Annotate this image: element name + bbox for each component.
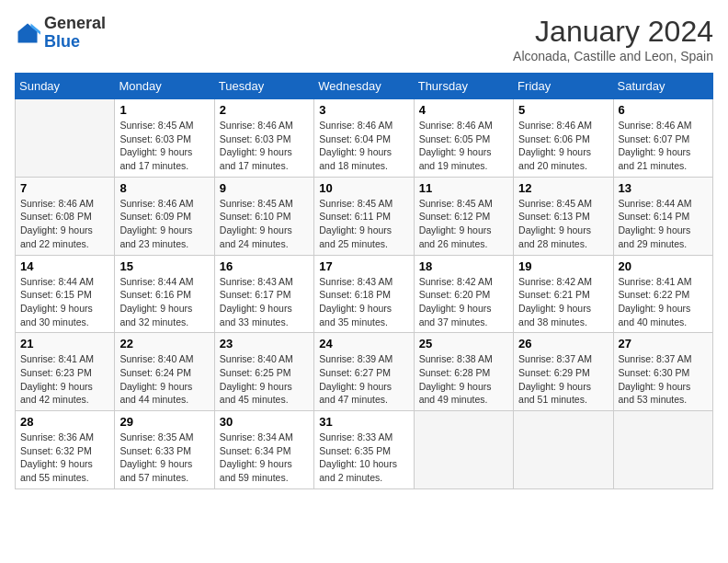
day-detail: Sunrise: 8:46 AM Sunset: 6:07 PM Dayligh… bbox=[619, 119, 708, 173]
calendar-cell: 9Sunrise: 8:45 AM Sunset: 6:10 PM Daylig… bbox=[214, 177, 313, 255]
header-monday: Monday bbox=[115, 74, 214, 99]
day-number: 3 bbox=[319, 103, 408, 117]
day-number: 12 bbox=[518, 181, 608, 195]
day-detail: Sunrise: 8:41 AM Sunset: 6:22 PM Dayligh… bbox=[619, 275, 708, 329]
day-detail: Sunrise: 8:45 AM Sunset: 6:10 PM Dayligh… bbox=[220, 197, 309, 251]
day-detail: Sunrise: 8:42 AM Sunset: 6:20 PM Dayligh… bbox=[419, 275, 508, 329]
calendar-cell: 14Sunrise: 8:44 AM Sunset: 6:15 PM Dayli… bbox=[16, 255, 115, 333]
calendar-cell: 12Sunrise: 8:45 AM Sunset: 6:13 PM Dayli… bbox=[514, 177, 613, 255]
day-number: 23 bbox=[220, 337, 309, 350]
day-number: 9 bbox=[220, 181, 309, 195]
day-number: 19 bbox=[518, 259, 608, 273]
calendar-week-row: 21Sunrise: 8:41 AM Sunset: 6:23 PM Dayli… bbox=[16, 333, 713, 411]
header-wednesday: Wednesday bbox=[314, 74, 414, 99]
day-detail: Sunrise: 8:45 AM Sunset: 6:12 PM Dayligh… bbox=[419, 197, 508, 251]
day-detail: Sunrise: 8:45 AM Sunset: 6:03 PM Dayligh… bbox=[119, 119, 209, 173]
day-detail: Sunrise: 8:43 AM Sunset: 6:18 PM Dayligh… bbox=[319, 275, 408, 329]
day-detail: Sunrise: 8:40 AM Sunset: 6:25 PM Dayligh… bbox=[220, 352, 309, 407]
day-detail: Sunrise: 8:40 AM Sunset: 6:24 PM Dayligh… bbox=[119, 352, 209, 407]
calendar-cell: 17Sunrise: 8:43 AM Sunset: 6:18 PM Dayli… bbox=[314, 255, 414, 333]
day-detail: Sunrise: 8:37 AM Sunset: 6:30 PM Dayligh… bbox=[619, 352, 708, 407]
day-detail: Sunrise: 8:38 AM Sunset: 6:28 PM Dayligh… bbox=[419, 352, 508, 407]
calendar-title: January 2024 bbox=[513, 15, 713, 49]
calendar-cell: 8Sunrise: 8:46 AM Sunset: 6:09 PM Daylig… bbox=[115, 177, 214, 255]
day-number: 11 bbox=[419, 181, 508, 195]
calendar-week-row: 28Sunrise: 8:36 AM Sunset: 6:32 PM Dayli… bbox=[16, 411, 713, 489]
calendar-cell: 10Sunrise: 8:45 AM Sunset: 6:11 PM Dayli… bbox=[314, 177, 414, 255]
day-detail: Sunrise: 8:46 AM Sunset: 6:03 PM Dayligh… bbox=[220, 119, 309, 173]
day-number: 26 bbox=[518, 337, 608, 350]
day-number: 15 bbox=[119, 259, 209, 273]
header-thursday: Thursday bbox=[414, 74, 513, 99]
day-number: 5 bbox=[518, 103, 608, 117]
calendar-cell: 21Sunrise: 8:41 AM Sunset: 6:23 PM Dayli… bbox=[16, 333, 115, 411]
svg-marker-0 bbox=[18, 23, 38, 42]
calendar-cell: 4Sunrise: 8:46 AM Sunset: 6:05 PM Daylig… bbox=[414, 99, 513, 178]
calendar-cell: 31Sunrise: 8:33 AM Sunset: 6:35 PM Dayli… bbox=[314, 411, 414, 489]
day-detail: Sunrise: 8:35 AM Sunset: 6:33 PM Dayligh… bbox=[119, 431, 209, 485]
day-number: 7 bbox=[20, 181, 109, 195]
day-number: 8 bbox=[119, 181, 209, 195]
day-number: 2 bbox=[220, 103, 309, 117]
day-detail: Sunrise: 8:46 AM Sunset: 6:04 PM Dayligh… bbox=[319, 119, 408, 173]
day-detail: Sunrise: 8:44 AM Sunset: 6:16 PM Dayligh… bbox=[119, 275, 209, 329]
header-saturday: Saturday bbox=[613, 74, 712, 99]
calendar-cell: 15Sunrise: 8:44 AM Sunset: 6:16 PM Dayli… bbox=[115, 255, 214, 333]
day-number: 28 bbox=[20, 415, 109, 429]
calendar-cell: 6Sunrise: 8:46 AM Sunset: 6:07 PM Daylig… bbox=[613, 99, 712, 178]
calendar-cell: 7Sunrise: 8:46 AM Sunset: 6:08 PM Daylig… bbox=[16, 177, 115, 255]
calendar-cell: 1Sunrise: 8:45 AM Sunset: 6:03 PM Daylig… bbox=[115, 99, 214, 178]
day-number: 18 bbox=[419, 259, 508, 273]
day-number: 25 bbox=[419, 337, 508, 350]
day-number: 21 bbox=[20, 337, 109, 350]
calendar-cell: 20Sunrise: 8:41 AM Sunset: 6:22 PM Dayli… bbox=[613, 255, 712, 333]
calendar-cell: 30Sunrise: 8:34 AM Sunset: 6:34 PM Dayli… bbox=[214, 411, 313, 489]
calendar-week-row: 1Sunrise: 8:45 AM Sunset: 6:03 PM Daylig… bbox=[16, 99, 713, 178]
day-number: 6 bbox=[619, 103, 708, 117]
calendar-cell: 27Sunrise: 8:37 AM Sunset: 6:30 PM Dayli… bbox=[613, 333, 712, 411]
day-detail: Sunrise: 8:46 AM Sunset: 6:08 PM Dayligh… bbox=[20, 197, 109, 251]
logo-text: General Blue bbox=[44, 15, 106, 52]
day-detail: Sunrise: 8:45 AM Sunset: 6:13 PM Dayligh… bbox=[518, 197, 608, 251]
day-detail: Sunrise: 8:39 AM Sunset: 6:27 PM Dayligh… bbox=[319, 352, 408, 407]
calendar-cell bbox=[613, 411, 712, 489]
day-number: 24 bbox=[319, 337, 408, 350]
day-detail: Sunrise: 8:45 AM Sunset: 6:11 PM Dayligh… bbox=[319, 197, 408, 251]
day-detail: Sunrise: 8:37 AM Sunset: 6:29 PM Dayligh… bbox=[518, 352, 608, 407]
calendar-cell: 3Sunrise: 8:46 AM Sunset: 6:04 PM Daylig… bbox=[314, 99, 414, 178]
day-detail: Sunrise: 8:34 AM Sunset: 6:34 PM Dayligh… bbox=[220, 431, 309, 485]
calendar-week-row: 14Sunrise: 8:44 AM Sunset: 6:15 PM Dayli… bbox=[16, 255, 713, 333]
calendar-header-row: SundayMondayTuesdayWednesdayThursdayFrid… bbox=[16, 74, 713, 99]
header-sunday: Sunday bbox=[16, 74, 115, 99]
day-detail: Sunrise: 8:43 AM Sunset: 6:17 PM Dayligh… bbox=[220, 275, 309, 329]
calendar-cell: 16Sunrise: 8:43 AM Sunset: 6:17 PM Dayli… bbox=[214, 255, 313, 333]
calendar-cell: 26Sunrise: 8:37 AM Sunset: 6:29 PM Dayli… bbox=[514, 333, 613, 411]
header-tuesday: Tuesday bbox=[214, 74, 313, 99]
day-number: 22 bbox=[119, 337, 209, 350]
calendar-cell: 11Sunrise: 8:45 AM Sunset: 6:12 PM Dayli… bbox=[414, 177, 513, 255]
day-number: 31 bbox=[319, 415, 408, 429]
header-friday: Friday bbox=[514, 74, 613, 99]
logo: General Blue bbox=[15, 15, 106, 52]
day-detail: Sunrise: 8:46 AM Sunset: 6:06 PM Dayligh… bbox=[518, 119, 608, 173]
day-detail: Sunrise: 8:44 AM Sunset: 6:14 PM Dayligh… bbox=[619, 197, 708, 251]
calendar-cell: 18Sunrise: 8:42 AM Sunset: 6:20 PM Dayli… bbox=[414, 255, 513, 333]
calendar-cell: 23Sunrise: 8:40 AM Sunset: 6:25 PM Dayli… bbox=[214, 333, 313, 411]
day-number: 27 bbox=[619, 337, 708, 350]
calendar-table: SundayMondayTuesdayWednesdayThursdayFrid… bbox=[15, 73, 713, 489]
day-detail: Sunrise: 8:44 AM Sunset: 6:15 PM Dayligh… bbox=[20, 275, 109, 329]
day-number: 29 bbox=[119, 415, 209, 429]
calendar-cell: 22Sunrise: 8:40 AM Sunset: 6:24 PM Dayli… bbox=[115, 333, 214, 411]
calendar-cell: 13Sunrise: 8:44 AM Sunset: 6:14 PM Dayli… bbox=[613, 177, 712, 255]
calendar-cell: 28Sunrise: 8:36 AM Sunset: 6:32 PM Dayli… bbox=[16, 411, 115, 489]
day-number: 16 bbox=[220, 259, 309, 273]
day-detail: Sunrise: 8:46 AM Sunset: 6:09 PM Dayligh… bbox=[119, 197, 209, 251]
calendar-subtitle: Alconada, Castille and Leon, Spain bbox=[513, 49, 713, 63]
day-detail: Sunrise: 8:36 AM Sunset: 6:32 PM Dayligh… bbox=[20, 431, 109, 485]
calendar-cell bbox=[414, 411, 513, 489]
day-number: 20 bbox=[619, 259, 708, 273]
logo-icon bbox=[15, 20, 40, 46]
day-number: 4 bbox=[419, 103, 508, 117]
day-number: 17 bbox=[319, 259, 408, 273]
day-number: 1 bbox=[119, 103, 209, 117]
